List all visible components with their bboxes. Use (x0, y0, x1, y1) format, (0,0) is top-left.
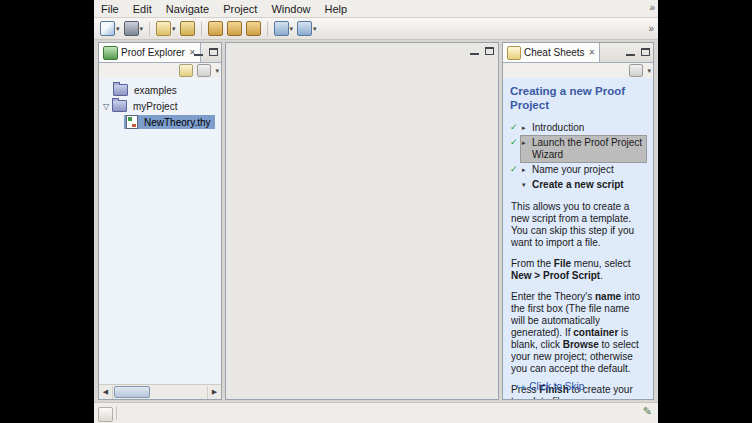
fast-view-icon[interactable] (98, 407, 113, 422)
cheat-paragraph: Enter the Theory's name into the first b… (511, 291, 646, 375)
toolbar-overflow-chevron-icon[interactable]: » (648, 23, 654, 34)
cheat-step-label: Introduction (532, 122, 645, 134)
check-icon: ✓ (510, 163, 521, 175)
editor-window-buttons (469, 46, 495, 56)
cheat-sheet-title: Creating a new Proof Project (510, 84, 646, 112)
workbench-main-area: Proof Explorer ✕ ▾ examples (94, 40, 658, 402)
horizontal-scrollbar[interactable]: ◀ ▶ (99, 384, 221, 399)
click-to-skip-link[interactable]: ↪ Click to Skip (516, 381, 584, 393)
save-button[interactable]: ▾ (122, 20, 146, 38)
status-bar: ✎ (94, 402, 658, 423)
new-wizard-dropdown-icon[interactable]: ▾ (116, 25, 120, 33)
cheat-sheets-tabrow: Cheat Sheets ✕ (503, 43, 653, 63)
workbench-window: File Edit Navigate Project Window Help »… (94, 0, 658, 423)
proof-goto-button[interactable] (244, 20, 263, 38)
view-menu-icon[interactable]: ▾ (215, 67, 219, 75)
cheat-step-introduction[interactable]: ✓ ▸ Introduction (510, 121, 646, 135)
main-toolbar: ▾ ▾ ▾ ▾ ▾ » (94, 18, 658, 40)
cheat-sheet-content: Creating a new Proof Project ✓ ▸ Introdu… (503, 78, 653, 399)
cheat-sheets-view: Cheat Sheets ✕ ▾ Creating a new Proof Pr… (502, 42, 654, 400)
back-icon (274, 21, 289, 36)
editor-area[interactable] (225, 42, 499, 400)
toolbar-separator (149, 22, 150, 36)
proof-undo-button[interactable] (206, 20, 225, 38)
expander-icon[interactable]: ▸ (522, 122, 532, 134)
selected-highlight: NewTheory.thy (124, 115, 215, 129)
view-menu-icon[interactable]: ▾ (647, 67, 651, 75)
proof-goto-icon (246, 21, 261, 36)
scroll-left-icon[interactable]: ◀ (99, 386, 113, 399)
new-wizard-button[interactable]: ▾ (98, 20, 122, 38)
tab-proof-explorer[interactable]: Proof Explorer ✕ (99, 43, 201, 62)
menu-overflow-chevron-icon[interactable]: » (649, 2, 655, 13)
close-icon[interactable]: ✕ (589, 48, 596, 57)
forward-dropdown-icon[interactable]: ▾ (313, 25, 317, 33)
cheat-step-label: Create a new script (532, 179, 645, 191)
back-button[interactable]: ▾ (272, 20, 296, 38)
proof-undo-icon (208, 21, 223, 36)
minimize-icon[interactable] (469, 46, 480, 56)
tree-item-myproject[interactable]: ▽ myProject (99, 98, 221, 114)
toolbar-separator (267, 22, 268, 36)
open-proof-dropdown-icon[interactable]: ▾ (172, 25, 176, 33)
proof-explorer-tabrow: Proof Explorer ✕ (99, 43, 221, 63)
desktop: { "menubar": { "items": ["File", "Edit",… (0, 0, 752, 423)
toolbar-separator (201, 22, 202, 36)
import-icon (180, 21, 195, 36)
menu-edit[interactable]: Edit (126, 2, 159, 16)
tree-item-label: myProject (131, 100, 179, 113)
folder-icon (112, 100, 127, 112)
menu-navigate[interactable]: Navigate (159, 2, 216, 16)
tree-item-label: examples (132, 84, 179, 97)
skip-link-label: Click to Skip (529, 381, 584, 393)
menu-help[interactable]: Help (318, 2, 355, 16)
open-proof-button[interactable]: ▾ (154, 20, 178, 38)
expander-icon[interactable]: ▽ (100, 102, 112, 111)
link-with-editor-icon[interactable] (179, 64, 193, 77)
collapse-all-icon[interactable] (629, 64, 643, 77)
back-dropdown-icon[interactable]: ▾ (290, 25, 294, 33)
menu-bar: File Edit Navigate Project Window Help » (94, 0, 658, 18)
scrollbar-thumb[interactable] (114, 386, 150, 398)
tree-item-examples[interactable]: examples (99, 82, 221, 98)
view-window-buttons (193, 47, 219, 57)
explorer-tree: examples ▽ myProject NewTheory.thy (99, 78, 221, 385)
menu-project[interactable]: Project (216, 2, 264, 16)
maximize-icon[interactable] (640, 47, 651, 57)
collapse-all-icon[interactable] (197, 64, 211, 77)
cheat-step-label: Launch the Proof Project Wizard (532, 137, 645, 161)
minimize-icon[interactable] (193, 47, 204, 57)
minimize-icon[interactable] (625, 47, 636, 57)
cheat-step-create-script[interactable]: ▾ Create a new script (510, 178, 646, 192)
tab-cheat-sheets[interactable]: Cheat Sheets ✕ (503, 43, 600, 62)
tree-item-newtheory[interactable]: NewTheory.thy (99, 114, 221, 130)
statusbar-separator (116, 406, 117, 420)
cheat-sheets-tab-icon (507, 46, 521, 60)
menu-file[interactable]: File (94, 2, 126, 16)
skip-arrow-icon: ↪ (516, 381, 525, 393)
expander-icon[interactable]: ▾ (522, 179, 532, 191)
proof-explorer-view: Proof Explorer ✕ ▾ examples (98, 42, 222, 400)
cheat-step-label: Name your project (532, 164, 645, 176)
proof-next-button[interactable] (225, 20, 244, 38)
maximize-icon[interactable] (208, 47, 219, 57)
forward-button[interactable]: ▾ (295, 20, 319, 38)
theory-file-icon (126, 115, 138, 129)
check-icon: ✓ (510, 136, 521, 148)
menu-window[interactable]: Window (264, 2, 317, 16)
cheat-step-launch-wizard[interactable]: ✓ ▸ Launch the Proof Project Wizard (510, 136, 646, 162)
cheat-step-name-project[interactable]: ✓ ▸ Name your project (510, 163, 646, 177)
pencil-status-icon[interactable]: ✎ (643, 405, 652, 418)
import-button[interactable] (178, 20, 197, 38)
cheat-paragraph: From the File menu, select New > Proof S… (511, 258, 646, 282)
proof-explorer-tab-label: Proof Explorer (121, 47, 185, 58)
cheat-sheets-tab-label: Cheat Sheets (524, 47, 585, 58)
maximize-icon[interactable] (484, 46, 495, 56)
scroll-right-icon[interactable]: ▶ (207, 386, 221, 399)
proof-explorer-tab-icon (103, 46, 118, 60)
save-dropdown-icon[interactable]: ▾ (140, 25, 144, 33)
expander-icon[interactable]: ▸ (522, 164, 532, 176)
expander-icon[interactable]: ▸ (522, 137, 532, 149)
open-proof-icon (156, 21, 171, 36)
tree-item-label: NewTheory.thy (142, 116, 213, 129)
